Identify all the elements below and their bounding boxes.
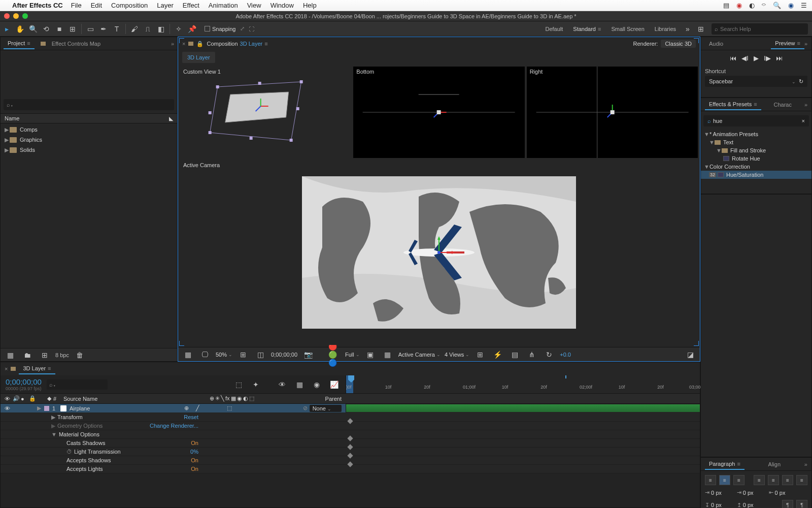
prev-frame-icon[interactable]: ◀Ⅰ	[741, 54, 749, 62]
prop-transform[interactable]: ▶TransformReset	[1, 413, 700, 422]
menu-help[interactable]: Help	[303, 2, 317, 9]
prop-material[interactable]: ▼Material Options	[1, 430, 700, 439]
exposure-value[interactable]: +0.0	[560, 352, 571, 358]
motion-blur-icon[interactable]: ◉	[311, 378, 323, 391]
workspace-standard[interactable]: Standard≡	[568, 23, 606, 35]
effects-search[interactable]: ⌕hue ×	[703, 115, 809, 126]
preview-tab[interactable]: Preview≡	[771, 38, 804, 49]
workspace-smallscreen[interactable]: Small Screen	[606, 23, 649, 35]
interpret-icon[interactable]: ▦	[4, 349, 16, 361]
source-name-header[interactable]: Source Name	[63, 396, 97, 402]
timecode-display[interactable]: 0;00;00;00	[271, 352, 297, 358]
indent-right[interactable]: ⇤0 px	[769, 489, 786, 496]
project-column-header[interactable]: Name ◣	[1, 113, 177, 123]
cc-icon[interactable]: ◐	[749, 2, 755, 9]
app-title[interactable]: After Effects CC	[12, 2, 63, 9]
resolution-dropdown[interactable]: Full⌄	[345, 352, 360, 358]
shortcut-dropdown[interactable]: Spacebar ⌄ ↻	[705, 76, 807, 87]
trash-icon[interactable]: 🗑	[74, 349, 86, 361]
audio-col-icon[interactable]: 🔊	[13, 395, 21, 402]
views-dropdown[interactable]: 4 Views⌄	[445, 352, 469, 358]
close-icon[interactable]	[4, 13, 10, 19]
frame-blend-icon[interactable]: ▦	[293, 378, 306, 391]
space-after[interactable]: ↥0 px	[737, 500, 754, 508]
workspace-libraries[interactable]: Libraries	[650, 23, 681, 35]
renderer-value[interactable]: Classic 3D	[661, 40, 696, 48]
timeline-tab[interactable]: 3D Layer≡	[19, 363, 55, 374]
align-tab[interactable]: Align	[764, 459, 785, 469]
clone-tool-icon[interactable]: ⎍	[142, 23, 154, 35]
eraser-tool-icon[interactable]: ◧	[155, 23, 167, 35]
clear-search-icon[interactable]: ×	[802, 118, 805, 124]
shy-icon[interactable]: 👁	[276, 378, 288, 391]
menu-layer[interactable]: Layer	[157, 2, 174, 9]
menu-window[interactable]: Window	[270, 2, 294, 9]
flowchart-icon[interactable]: ⋔	[526, 348, 538, 361]
viewport-custom[interactable]: Custom View 1	[180, 67, 351, 158]
project-tab[interactable]: Project≡	[4, 38, 35, 49]
brush-tool-icon[interactable]: 🖌	[128, 23, 141, 35]
menu-view[interactable]: View	[247, 2, 261, 9]
tree-animation-presets[interactable]: ▼ * Animation Presets	[701, 130, 811, 138]
folder-graphics[interactable]: ▶Graphics	[1, 135, 177, 145]
paragraph-tab[interactable]: Paragraph≡	[705, 459, 745, 470]
effects-presets-tab[interactable]: Effects & Presets≡	[705, 99, 761, 110]
menu-animation[interactable]: Animation	[209, 2, 238, 9]
monitor-icon[interactable]: 🖵	[199, 348, 211, 361]
draft3d-icon[interactable]: ✦	[250, 378, 262, 391]
folder-solids[interactable]: ▶Solids	[1, 145, 177, 155]
menu-file[interactable]: File	[71, 2, 82, 9]
play-icon[interactable]: ▶	[754, 54, 759, 62]
folder-new-icon[interactable]: 🖿	[21, 349, 33, 361]
tree-colorcorrection[interactable]: ▼ Color Correction	[701, 163, 811, 171]
traffic-lights[interactable]	[4, 13, 28, 19]
roto-tool-icon[interactable]: ✧	[173, 23, 185, 35]
siri-icon[interactable]: ◉	[788, 2, 794, 9]
last-frame-icon[interactable]: ⏭	[776, 54, 783, 62]
space-before[interactable]: ↧0 px	[705, 500, 722, 508]
direction-rtl-icon[interactable]: ¶	[796, 500, 807, 508]
eye-col-icon[interactable]: 👁	[5, 396, 13, 402]
align-left-icon[interactable]: ≡	[705, 475, 716, 485]
project-search[interactable]: ⌕▾	[4, 99, 174, 110]
parent-dropdown[interactable]: None ⌄	[310, 405, 342, 412]
panel-more-icon[interactable]: »	[171, 41, 174, 47]
direction-ltr-icon[interactable]: ¶	[782, 500, 793, 508]
reset-icon[interactable]: ↻	[799, 78, 803, 84]
comp-title-name[interactable]: 3D Layer	[240, 41, 263, 47]
tree-huesat[interactable]: 32Hue/Saturation	[701, 171, 811, 179]
indicator-icon[interactable]: ▤	[723, 2, 729, 9]
viewport-right[interactable]: Right	[527, 67, 698, 158]
lock-col-icon[interactable]: 🔒	[29, 395, 37, 402]
zoom-tool-icon[interactable]: 🔍	[27, 23, 39, 35]
justify-center-icon[interactable]: ≡	[768, 475, 779, 485]
playhead[interactable]	[348, 375, 354, 383]
tree-text[interactable]: ▼ Text	[701, 138, 811, 146]
camera-dropdown[interactable]: Active Camera⌄	[398, 352, 441, 358]
audio-tab[interactable]: Audio	[705, 39, 727, 49]
viewport-active-camera[interactable]: Active Camera	[180, 160, 698, 345]
indent-left[interactable]: ⇥0 px	[705, 489, 722, 496]
effects-tree[interactable]: ▼ * Animation Presets ▼ Text ▼ Fill and …	[701, 129, 811, 180]
next-frame-icon[interactable]: Ⅰ▶	[764, 54, 771, 62]
zoom-dropdown[interactable]: 50%⌄	[216, 352, 232, 358]
comp-new-icon[interactable]: ⊞	[39, 349, 51, 361]
current-timecode[interactable]: 0;00;00;00	[6, 377, 42, 386]
menu-composition[interactable]: Composition	[111, 2, 148, 9]
timeline-icon[interactable]: ▤	[509, 348, 521, 361]
camera-tool-icon[interactable]: ■	[53, 23, 65, 35]
justify-all-icon[interactable]: ≡	[796, 475, 807, 485]
workspace-more-icon[interactable]: »	[682, 23, 694, 35]
comp-mini-icon[interactable]: ⬚	[232, 378, 245, 391]
parent-header[interactable]: Parent	[325, 396, 342, 402]
workspace-default[interactable]: Default	[540, 23, 568, 35]
layer-airplane[interactable]: 👁 ▶ 1 Airplane ⊕╱⬚ ⊘ None ⌄	[1, 404, 700, 413]
pixel-aspect-icon[interactable]: ⊞	[474, 348, 486, 361]
comp-breadcrumb[interactable]: 3D Layer	[182, 52, 215, 63]
viewport-bottom[interactable]: Bottom	[353, 67, 524, 158]
time-ruler[interactable]: )0f 10f 20f 01;00f 10f 20f 02;00f 10f 20…	[346, 375, 700, 393]
spotlight-icon[interactable]: 🔍	[773, 2, 781, 9]
comp-footer-extra-icon[interactable]: ◪	[684, 348, 696, 361]
reset-exposure-icon[interactable]: ↻	[543, 348, 555, 361]
puppet-tool-icon[interactable]: 📌	[186, 23, 198, 35]
